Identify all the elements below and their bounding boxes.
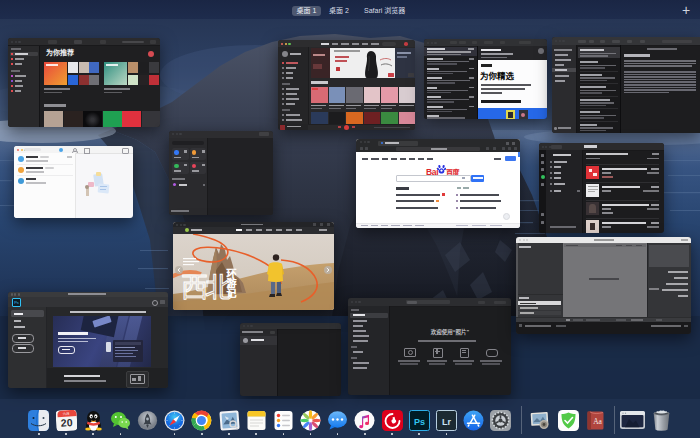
svg-text:Ps: Ps	[414, 416, 425, 426]
svg-text:20: 20	[60, 416, 73, 429]
svg-text:Aa: Aa	[593, 416, 602, 425]
svg-text:Lr: Lr	[442, 416, 451, 426]
svg-text:六月: 六月	[62, 410, 69, 415]
